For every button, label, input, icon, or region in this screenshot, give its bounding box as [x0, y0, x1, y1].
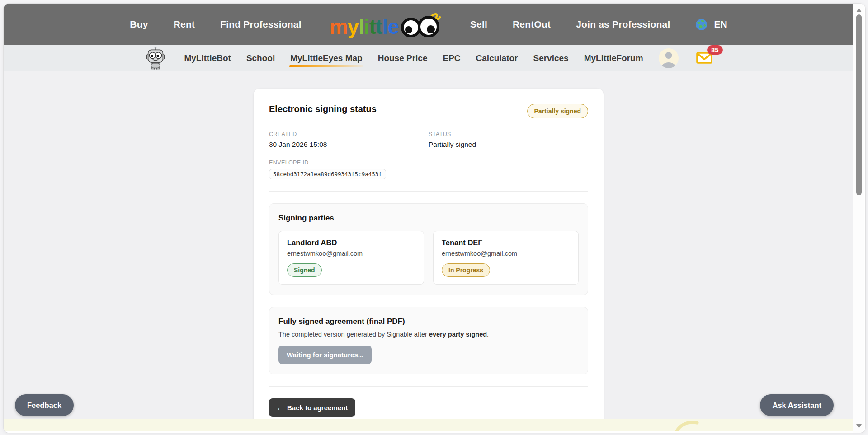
googly-eyes-icon — [400, 12, 442, 38]
signing-parties-title: Signing parties — [278, 214, 579, 223]
secondary-navigation: MyLittleBot School MyLittleEyes Map Hous… — [4, 45, 854, 71]
messages-button[interactable]: 85 — [696, 51, 713, 66]
avatar-head-shape — [665, 52, 672, 59]
section-divider — [269, 386, 588, 387]
subnav-mylittleeyes-map[interactable]: MyLittleEyes Map — [290, 53, 362, 63]
envelope-id-value: 58cebd3172a1ea89d699343f5c9a453f — [269, 169, 386, 179]
status-badge: Partially signed — [527, 104, 588, 118]
active-tab-underline — [289, 65, 363, 67]
decorative-swirl — [673, 420, 700, 431]
back-button-label: Back to agreement — [287, 404, 348, 412]
ask-assistant-button[interactable]: Ask Assistant — [760, 394, 834, 416]
nav-rentout[interactable]: RentOut — [513, 19, 551, 30]
language-label: EN — [714, 19, 727, 30]
status-label: STATUS — [429, 131, 588, 137]
subnav-house-price[interactable]: House Price — [378, 53, 428, 63]
party-status-badge: In Progress — [442, 263, 490, 277]
active-tab-label: MyLittleEyes Map — [290, 53, 362, 63]
party-email: ernestwmkoo@gmail.com — [287, 250, 415, 257]
user-avatar[interactable] — [659, 48, 679, 68]
party-card-landlord: Landlord ABD ernestwmkoo@gmail.com Signe… — [278, 231, 424, 285]
section-divider — [269, 191, 588, 192]
signing-parties-panel: Signing parties Landlord ABD ernestwmkoo… — [269, 203, 588, 295]
scrollbar-thumb[interactable] — [856, 14, 862, 195]
browser-viewport: Buy Rent Find Professional mylittle Sell… — [4, 4, 865, 433]
next-section-strip — [4, 419, 854, 431]
signing-status-card: Electronic signing status Partially sign… — [254, 89, 604, 419]
robot-mascot-icon — [144, 47, 167, 71]
subnav-school[interactable]: School — [246, 53, 275, 63]
globe-icon — [695, 19, 708, 31]
status-field: STATUS Partially signed — [429, 131, 588, 149]
party-name: Tenant DEF — [442, 239, 570, 247]
nav-find-professional[interactable]: Find Professional — [220, 19, 302, 30]
party-email: ernestwmkoo@gmail.com — [442, 250, 570, 257]
waiting-for-signatures-button[interactable]: Waiting for signatures... — [278, 346, 372, 364]
page-bottom-gap — [4, 431, 854, 433]
unread-count-badge: 85 — [707, 45, 723, 55]
vertical-scrollbar[interactable] — [853, 4, 864, 433]
party-card-tenant: Tenant DEF ernestwmkoo@gmail.com In Prog… — [433, 231, 579, 285]
nav-rent[interactable]: Rent — [174, 19, 195, 30]
final-pdf-panel: Fully signed agreement (final PDF) The c… — [269, 307, 588, 374]
avatar-shoulders-shape — [662, 62, 675, 68]
subnav-mylittleforum[interactable]: MyLittleForum — [584, 53, 643, 63]
created-value: 30 Jan 2026 15:08 — [269, 140, 429, 149]
scroll-up-arrow-icon[interactable] — [856, 8, 862, 12]
page-title: Electronic signing status — [269, 104, 377, 114]
main-content: Electronic signing status Partially sign… — [4, 71, 854, 419]
party-name: Landlord ABD — [287, 239, 415, 247]
left-arrow-icon: ← — [277, 404, 283, 412]
subnav-calculator[interactable]: Calculator — [476, 53, 518, 63]
subnav-epc[interactable]: EPC — [443, 53, 460, 63]
final-pdf-title: Fully signed agreement (final PDF) — [278, 317, 579, 326]
scroll-down-arrow-icon[interactable] — [856, 424, 862, 428]
nav-buy[interactable]: Buy — [130, 19, 148, 30]
subnav-services[interactable]: Services — [533, 53, 568, 63]
created-field: CREATED 30 Jan 2026 15:08 — [269, 131, 429, 149]
final-pdf-description: The completed version generated by Signa… — [278, 331, 579, 338]
back-to-agreement-button[interactable]: ← Back to agreement — [269, 398, 355, 417]
subnav-mylittlebot[interactable]: MyLittleBot — [184, 53, 231, 63]
logo-wordmark: mylittle — [330, 16, 399, 37]
envelope-meta: CREATED 30 Jan 2026 15:08 STATUS Partial… — [269, 131, 588, 179]
nav-sell[interactable]: Sell — [470, 19, 487, 30]
created-label: CREATED — [269, 131, 429, 137]
party-status-badge: Signed — [287, 263, 322, 277]
language-switcher[interactable]: EN — [695, 19, 727, 31]
envelope-id-label: ENVELOPE ID — [269, 159, 588, 166]
top-navigation: Buy Rent Find Professional mylittle Sell… — [4, 4, 854, 45]
mylittle-logo[interactable]: mylittle — [330, 12, 442, 37]
status-value: Partially signed — [429, 140, 588, 149]
feedback-button[interactable]: Feedback — [15, 394, 74, 416]
nav-join-as-professional[interactable]: Join as Professional — [576, 19, 670, 30]
envelope-id-field: ENVELOPE ID 58cebd3172a1ea89d699343f5c9a… — [269, 159, 588, 179]
